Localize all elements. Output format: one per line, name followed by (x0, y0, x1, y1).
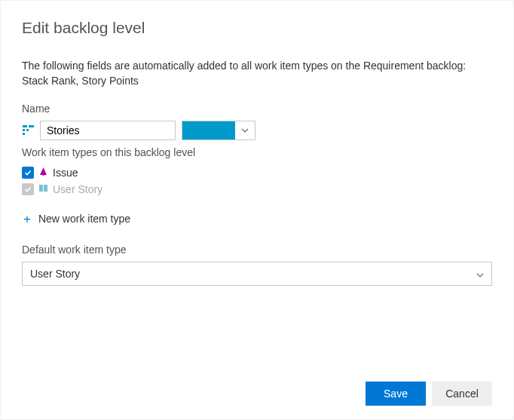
svg-rect-6 (39, 185, 43, 192)
save-button[interactable]: Save (366, 382, 426, 406)
chevron-down-icon (235, 121, 255, 139)
svg-rect-1 (29, 125, 34, 127)
wit-list: Issue User Story (22, 164, 492, 198)
dialog-footer: Save Cancel (366, 382, 492, 406)
color-picker[interactable] (182, 121, 255, 140)
svg-rect-0 (23, 125, 27, 127)
svg-rect-3 (26, 129, 29, 131)
issue-icon (38, 167, 48, 179)
chevron-down-icon (476, 268, 484, 280)
backlog-icon (22, 124, 34, 136)
name-input[interactable] (40, 121, 176, 140)
svg-rect-4 (23, 133, 25, 135)
default-wit-label: Default work item type (22, 244, 492, 256)
wit-row-issue[interactable]: Issue (22, 164, 492, 181)
new-work-item-type-button[interactable]: + New work item type (22, 208, 492, 230)
wit-section-label: Work item types on this backlog level (22, 146, 492, 158)
cancel-button[interactable]: Cancel (432, 382, 492, 406)
plus-icon: + (23, 213, 31, 225)
color-swatch (182, 121, 235, 139)
new-wit-label: New work item type (38, 213, 130, 225)
svg-rect-5 (43, 173, 44, 176)
dialog-info-text: The following fields are automatically a… (22, 58, 492, 89)
user-story-icon (38, 183, 48, 195)
svg-rect-2 (23, 129, 25, 131)
dialog-title: Edit backlog level (22, 19, 492, 37)
name-row (22, 121, 492, 140)
wit-row-user-story: User Story (22, 181, 492, 198)
wit-label: Issue (53, 167, 78, 179)
default-wit-value: User Story (30, 268, 80, 280)
wit-label: User Story (53, 183, 102, 195)
name-field-label: Name (22, 103, 492, 115)
svg-rect-7 (44, 185, 47, 192)
checkbox-disabled-icon (22, 183, 34, 195)
default-wit-dropdown[interactable]: User Story (22, 262, 492, 286)
checkbox-checked-icon[interactable] (22, 167, 34, 179)
